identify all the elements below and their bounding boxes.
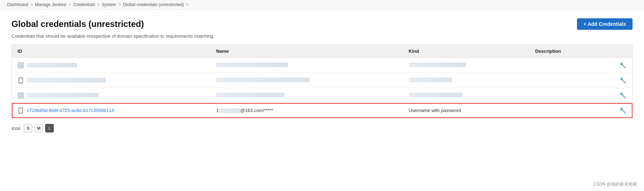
edit-icon[interactable]: 🔧 [619,62,626,68]
action-cell: 🔧 [598,88,633,103]
name-cell [210,88,403,103]
desc-cell [530,88,598,103]
kind-value: Username with password [409,108,461,113]
col-header-actions [598,45,633,58]
table-row: 🔧 [12,58,633,73]
row-icon [18,62,24,69]
credential-id-link[interactable]: c724b85d-6b6f-4725-ac8d-817c3056b114 [27,108,114,113]
name-value-blurred [216,62,288,67]
table-row-highlighted: c724b85d-6b6f-4725-ac8d-817c3056b114 1@1… [12,103,633,118]
page-subtitle: Credentials that should be available irr… [11,33,633,39]
breadcrumb-item-dashboard[interactable]: Dashboard [7,2,28,7]
col-header-kind: Kind [403,45,530,58]
action-cell: 🔧 [598,103,633,118]
id-cell [12,58,210,73]
table-header-row: ID Name Kind Description [12,45,633,58]
edit-icon[interactable]: 🔧 [619,107,626,113]
breadcrumb-sep-1: > [30,2,33,7]
credentials-table: ID Name Kind Description [11,45,633,118]
desc-cell [530,103,598,118]
kind-cell [403,58,530,73]
icon-size-m[interactable]: M [34,124,43,132]
breadcrumb: Dashboard > Manage Jenkins > Credentials… [0,0,644,10]
edit-icon[interactable]: 🔧 [619,77,626,83]
edit-icon[interactable]: 🔧 [619,92,626,98]
header-row: Global credentials (unrestricted) + Add … [11,18,633,30]
kind-cell [403,73,530,88]
desc-cell [530,58,598,73]
svg-rect-0 [19,78,23,83]
breadcrumb-item-credentials[interactable]: Credentials [73,2,95,7]
kind-value-blurred [409,93,463,97]
action-cell: 🔧 [598,73,633,88]
breadcrumb-item-system[interactable]: System [102,2,116,7]
main-content: Global credentials (unrestricted) + Add … [0,10,644,141]
name-cell [210,58,403,73]
name-value-blurred [216,93,284,97]
col-header-name: Name [210,45,403,58]
kind-value-blurred [409,78,452,82]
breadcrumb-sep-3: > [97,2,100,7]
name-cell: 1@163.com/***** [210,103,403,118]
table-row: 🔧 [12,73,633,88]
add-credentials-button[interactable]: + Add Credentials [577,18,633,30]
kind-value-blurred [409,62,466,67]
kind-cell: Username with password [403,103,530,118]
breadcrumb-item-manage-jenkins[interactable]: Manage Jenkins [35,2,66,7]
svg-rect-2 [19,108,23,113]
row-icon [18,92,24,99]
id-value-blurred [27,63,77,67]
id-cell: c724b85d-6b6f-4725-ac8d-817c3056b114 [12,103,210,118]
breadcrumb-sep-2: > [68,2,71,7]
breadcrumb-item-global[interactable]: Global credentials (unrestricted) [123,2,184,7]
icon-size-l[interactable]: L [45,124,54,132]
desc-cell [530,73,598,88]
name-cell [210,73,403,88]
id-cell [12,73,210,88]
page-title: Global credentials (unrestricted) [11,19,144,29]
col-header-description: Description [530,45,598,58]
table-row: 🔧 [12,88,633,103]
kind-cell [403,88,530,103]
id-value-blurred [27,93,99,98]
breadcrumb-sep-4: > [118,2,121,7]
breadcrumb-sep-5: > [186,2,189,7]
phone-icon [18,107,24,114]
id-cell [12,88,210,103]
icon-size-footer: Icon: S M L [11,124,633,132]
action-cell: 🔧 [598,58,633,73]
name-value: 1@163.com/***** [216,108,273,113]
col-header-id: ID [12,45,210,58]
name-value-blurred [216,78,309,82]
phone-icon [18,77,24,84]
icon-label: Icon: [11,126,22,131]
id-value-blurred [27,78,106,83]
icon-size-s[interactable]: S [24,124,32,132]
